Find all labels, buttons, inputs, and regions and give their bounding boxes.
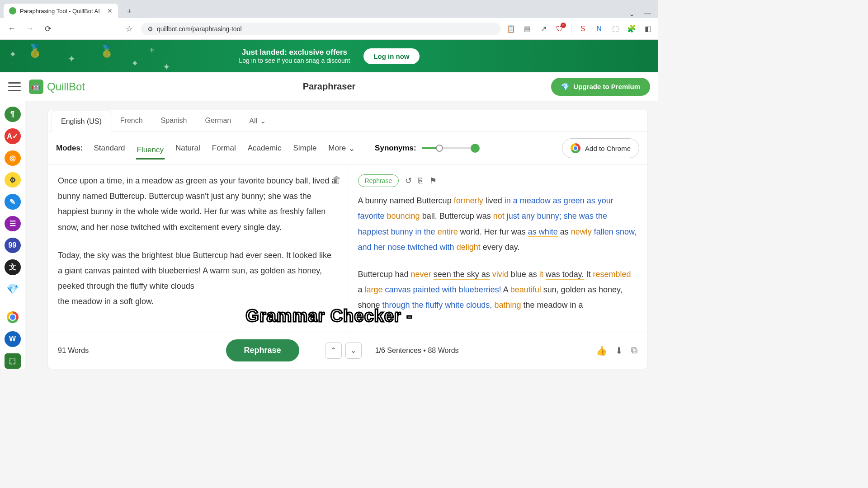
sidebar-cowriter-icon[interactable]: ⚙ (5, 172, 21, 188)
main-content: English (US) French Spanish German All ⌄… (25, 101, 658, 369)
minimize-icon[interactable]: — (644, 9, 651, 18)
chevron-down-icon[interactable]: ⌄ (629, 9, 635, 18)
forward-button[interactable]: → (24, 23, 36, 35)
chevron-down-icon: ⌄ (260, 117, 266, 125)
copy-all-icon[interactable]: ⧉ (631, 345, 637, 356)
reader-icon[interactable]: ▤ (522, 24, 532, 34)
reload-button[interactable]: ⟳ (42, 23, 54, 35)
mode-natural[interactable]: Natural (175, 142, 201, 155)
output-paragraph-1: A bunny named Buttercup formerly lived i… (358, 193, 638, 255)
app-header: 🤖 QuillBot Paraphraser 💎 Upgrade to Prem… (0, 72, 658, 101)
sidebar-app-icon[interactable]: ⬚ (5, 353, 21, 369)
synonyms-control: Synonyms: (375, 144, 476, 153)
browser-tab-bar: Paraphrasing Tool - QuillBot AI ✕ + ⌄ — (0, 0, 658, 18)
url-text: quillbot.com/paraphrasing-tool (157, 25, 242, 33)
ext-icon-3[interactable]: ⬚ (610, 24, 620, 34)
synonyms-slider[interactable] (422, 147, 476, 149)
diamond-icon: 💎 (561, 83, 570, 91)
upgrade-label: Upgrade to Premium (573, 83, 640, 90)
app-sidebar: ¶ A✓ ◎ ⚙ ✎ ☰ 99 文 💎 W ⬚ (0, 101, 25, 369)
sidebar-word-icon[interactable]: W (5, 331, 21, 347)
page-title: Paraphraser (303, 81, 356, 92)
ext-icon-2[interactable]: N (594, 24, 604, 34)
thumbs-icon[interactable]: 👍 (596, 345, 607, 356)
tab-close-icon[interactable]: ✕ (107, 7, 113, 14)
logo-icon: 🤖 (29, 80, 43, 94)
browser-toolbar: ← → ⟳ ☆ ⚙ quillbot.com/paraphrasing-tool… (0, 18, 658, 40)
sidebar-translator-icon[interactable]: ☰ (5, 216, 21, 231)
sidebar-paraphraser-icon[interactable]: ¶ (5, 107, 21, 122)
mode-simple[interactable]: Simple (292, 142, 317, 155)
chevron-down-icon: ⌄ (349, 144, 355, 153)
banner-subtitle: Log in to see if you can snag a discount (239, 57, 350, 64)
mode-more-label: More (328, 144, 346, 153)
mode-formal[interactable]: Formal (211, 142, 237, 155)
shield-icon[interactable]: 🛡3 (555, 24, 565, 34)
lang-tab-en[interactable]: English (US) (52, 111, 111, 132)
input-paragraph-1: Once upon a time, in a meadow as green a… (58, 173, 338, 235)
clipboard-icon[interactable]: 📋 (506, 24, 516, 34)
promo-banner: ✦ 🥇 ✦ 🥇 ✦ + ✦ Just landed: exclusive off… (0, 40, 658, 72)
menu-icon[interactable] (8, 82, 21, 91)
browser-tab[interactable]: Paraphrasing Tool - QuillBot AI ✕ (4, 4, 118, 18)
flag-icon[interactable]: ⚑ (429, 173, 437, 188)
rephrase-pill-button[interactable]: Rephrase (358, 174, 399, 187)
modes-label: Modes: (56, 144, 83, 153)
back-button[interactable]: ← (5, 23, 18, 35)
banner-title: Just landed: exclusive offers (239, 48, 350, 57)
sidebar-grammar-icon[interactable]: A✓ (5, 128, 21, 144)
upgrade-button[interactable]: 💎 Upgrade to Premium (551, 78, 650, 96)
video-caption-overlay: Grammar Checker - (245, 306, 413, 326)
input-paragraph-2: Today, the sky was the brightest blue Bu… (58, 248, 338, 294)
window-controls: ⌄ — (629, 9, 658, 18)
add-chrome-label: Add to Chrome (585, 145, 631, 152)
sidebar-citation-icon[interactable]: 99 (5, 238, 21, 253)
editor-footer: 91 Words Rephrase ⌃ ⌄ 1/6 Sentences • 88… (48, 332, 647, 369)
tab-favicon-icon (9, 7, 16, 14)
new-tab-button[interactable]: + (123, 5, 136, 18)
lang-tab-fr[interactable]: French (111, 110, 152, 131)
mode-academic[interactable]: Academic (247, 142, 283, 155)
paraphraser-card: English (US) French Spanish German All ⌄… (48, 110, 647, 369)
logo-text: QuillBot (47, 80, 85, 93)
download-icon[interactable]: ⬇ (615, 345, 623, 356)
sidebar-chrome-icon[interactable] (5, 310, 21, 325)
language-tabs: English (US) French Spanish German All ⌄ (48, 110, 647, 132)
sentence-pager: ⌃ ⌄ (326, 343, 362, 359)
chrome-icon (571, 143, 580, 153)
sidebar-summarizer-icon[interactable]: ✎ (5, 194, 21, 209)
lang-tab-es[interactable]: Spanish (152, 110, 196, 131)
mode-standard[interactable]: Standard (93, 142, 126, 155)
lang-all-label: All (249, 117, 257, 125)
copy-icon[interactable]: ⎘ (418, 173, 423, 188)
synonyms-label: Synonyms: (375, 144, 416, 153)
trash-icon[interactable]: 🗑 (332, 171, 341, 188)
bookmark-icon[interactable]: ☆ (123, 23, 136, 35)
output-toolbar: Rephrase ↺ ⎘ ⚑ (358, 173, 638, 188)
next-sentence-button[interactable]: ⌄ (345, 343, 362, 359)
input-word-count: 91 Words (58, 347, 89, 355)
prev-sentence-button[interactable]: ⌃ (326, 343, 342, 359)
site-info-icon[interactable]: ⚙ (147, 25, 153, 33)
rephrase-button[interactable]: Rephrase (226, 339, 299, 361)
mode-row: Modes: Standard Fluency Natural Formal A… (48, 132, 647, 165)
add-to-chrome-button[interactable]: Add to Chrome (562, 138, 639, 158)
sidepanel-icon[interactable]: ◧ (643, 24, 653, 34)
lang-tab-de[interactable]: German (196, 110, 240, 131)
quillbot-logo[interactable]: 🤖 QuillBot (29, 80, 85, 94)
login-button[interactable]: Log in now (363, 48, 419, 64)
address-bar[interactable]: ⚙ quillbot.com/paraphrasing-tool (141, 23, 500, 35)
mode-fluency[interactable]: Fluency (136, 144, 165, 160)
ext-icon-1[interactable]: S (578, 24, 588, 34)
sidebar-plagiarism-icon[interactable]: ◎ (5, 150, 21, 166)
share-icon[interactable]: ↗ (538, 24, 548, 34)
mode-more[interactable]: More ⌄ (327, 142, 356, 155)
tab-title: Paraphrasing Tool - QuillBot AI (20, 8, 100, 14)
undo-icon[interactable]: ↺ (405, 173, 412, 188)
lang-tab-all[interactable]: All ⌄ (240, 110, 275, 131)
extensions-icon[interactable]: 🧩 (627, 24, 637, 34)
sentence-info: 1/6 Sentences • 88 Words (375, 347, 459, 355)
sidebar-extension-icon[interactable]: 文 (5, 259, 21, 275)
sidebar-premium-icon[interactable]: 💎 (5, 282, 21, 297)
